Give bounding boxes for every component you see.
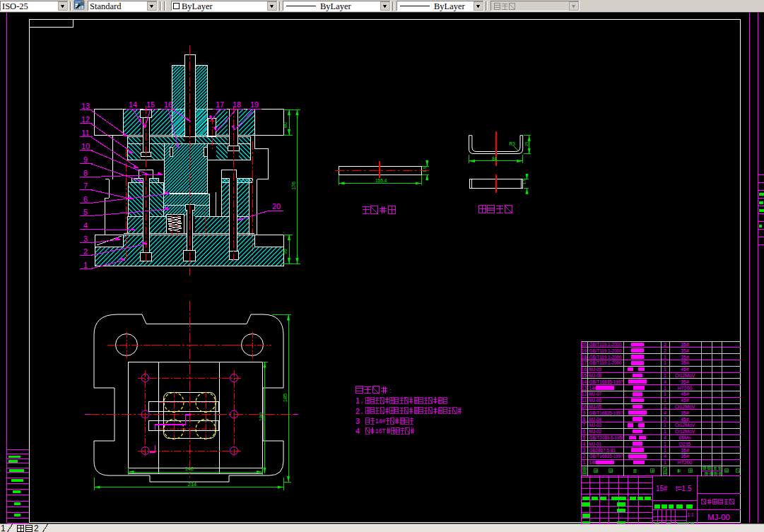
svg-text:17: 17 [582,360,587,365]
svg-text:16T: 16T [375,427,386,435]
svg-text:5: 5 [583,435,586,440]
svg-text:2: 2 [664,417,666,422]
svg-text:35#: 35# [681,410,689,415]
svg-text:45#: 45# [681,391,689,396]
svg-text:35#: 35# [681,355,689,360]
svg-text:HT200: HT200 [678,386,693,391]
svg-text:HT200: HT200 [678,460,693,465]
svg-text:4: 4 [83,221,88,230]
svg-text:MJ-03: MJ-03 [589,422,602,427]
svg-text:MJ-00: MJ-00 [707,513,730,521]
svg-text:14#: 14# [589,460,597,465]
svg-text:8: 8 [583,417,586,422]
svg-text:1: 1 [664,386,666,391]
svg-text:Cr12MoV: Cr12MoV [675,422,695,427]
svg-text:4: 4 [664,454,666,459]
svg-text:1: 1 [1,524,6,532]
svg-text:,: , [361,407,363,415]
svg-text:9: 9 [583,410,586,415]
svg-text:13: 13 [582,386,587,391]
svg-text:GB/T16835-1997: GB/T16835-1997 [589,454,624,459]
svg-text:ISO-25: ISO-25 [2,1,28,11]
svg-text:35#: 35# [681,448,689,453]
svg-text:214: 214 [188,481,197,487]
svg-text:45#: 45# [681,417,689,422]
svg-text:1: 1 [664,404,666,409]
svg-text:4: 4 [355,427,360,435]
svg-text:ByLayer: ByLayer [434,1,466,11]
svg-text:2: 2 [664,348,666,353]
svg-text:13: 13 [81,102,90,110]
svg-text:19: 19 [250,100,259,109]
svg-text:GB/T16835-1997: GB/T16835-1997 [589,410,624,415]
svg-text:t=1.5: t=1.5 [676,485,692,492]
svg-text:35#: 35# [681,342,689,347]
svg-text:95: 95 [283,249,288,254]
svg-text:Cr12MoV: Cr12MoV [675,429,695,434]
svg-text:1: 1 [664,429,666,434]
svg-text:R3: R3 [510,141,516,146]
svg-text:5: 5 [83,208,88,216]
svg-text:3: 3 [355,417,360,425]
svg-text:15#: 15# [656,485,668,492]
svg-text:9: 9 [83,155,88,164]
svg-text:1: 1 [664,360,666,365]
svg-text:GB/T119.1-2000: GB/T119.1-2000 [589,348,623,353]
svg-text:1: 1 [664,367,666,372]
svg-text:GB/T2089.6-1956: GB/T2089.6-1956 [589,435,625,440]
svg-text:1:1: 1:1 [688,512,694,517]
svg-text:Cr12MoV: Cr12MoV [675,373,695,378]
svg-text:1: 1 [355,396,360,405]
svg-text:1: 1 [664,373,666,378]
svg-text:18: 18 [233,100,241,109]
svg-text:4: 4 [664,379,666,384]
svg-text:GB/T16835-1997: GB/T16835-1997 [589,379,624,384]
svg-text:1: 1 [664,391,666,396]
svg-text:1: 1 [83,261,88,269]
svg-text:1: 1 [664,460,666,465]
svg-text:2: 2 [583,454,586,459]
svg-text:MJ-09: MJ-09 [589,367,602,372]
svg-text:35#: 35# [681,379,689,384]
svg-text:8: 8 [83,169,88,177]
svg-text:16: 16 [582,367,587,372]
svg-text:35#: 35# [681,454,689,459]
svg-text:3: 3 [83,235,88,243]
svg-text:GB/T119.1-2000: GB/T119.1-2000 [589,342,623,347]
svg-text:11: 11 [582,398,587,403]
svg-text:80: 80 [283,122,288,128]
svg-text:2: 2 [664,342,666,347]
svg-text:ByLayer: ByLayer [320,1,352,11]
svg-text:185: 185 [282,394,288,403]
svg-text:GB/T119.1-2000: GB/T119.1-2000 [589,360,623,365]
svg-text:10: 10 [81,142,90,150]
svg-text:Cr12MoV: Cr12MoV [675,404,695,409]
svg-text:1: 1 [664,442,666,447]
svg-text:180: 180 [258,413,264,422]
svg-text:10: 10 [582,404,587,409]
svg-text:4: 4 [664,410,666,415]
svg-text:6: 6 [83,195,88,203]
svg-text:25: 25 [524,141,529,146]
svg-text:2: 2 [83,247,88,256]
svg-text:155.4: 155.4 [375,178,387,183]
svg-text:1: 1 [664,448,666,453]
svg-text:1: 1 [664,422,666,427]
svg-text:12: 12 [582,391,587,396]
svg-text:1: 1 [583,460,586,465]
svg-text:ByLayer: ByLayer [182,1,213,11]
svg-text:15: 15 [146,100,155,109]
svg-text:84: 84 [492,156,498,161]
svg-text:,: , [361,396,363,404]
svg-text:18: 18 [582,355,587,360]
svg-text:Q235: Q235 [679,442,691,447]
svg-text:MJ-07: MJ-07 [589,391,602,396]
svg-text:20: 20 [272,202,281,211]
svg-text:19: 19 [582,348,587,353]
svg-text:MJ-05: MJ-05 [589,404,602,409]
svg-text:1: 1 [664,398,666,403]
svg-text:12: 12 [81,115,90,124]
svg-text:6: 6 [583,429,586,434]
svg-text:15: 15 [582,373,587,378]
svg-text:14: 14 [582,379,587,384]
